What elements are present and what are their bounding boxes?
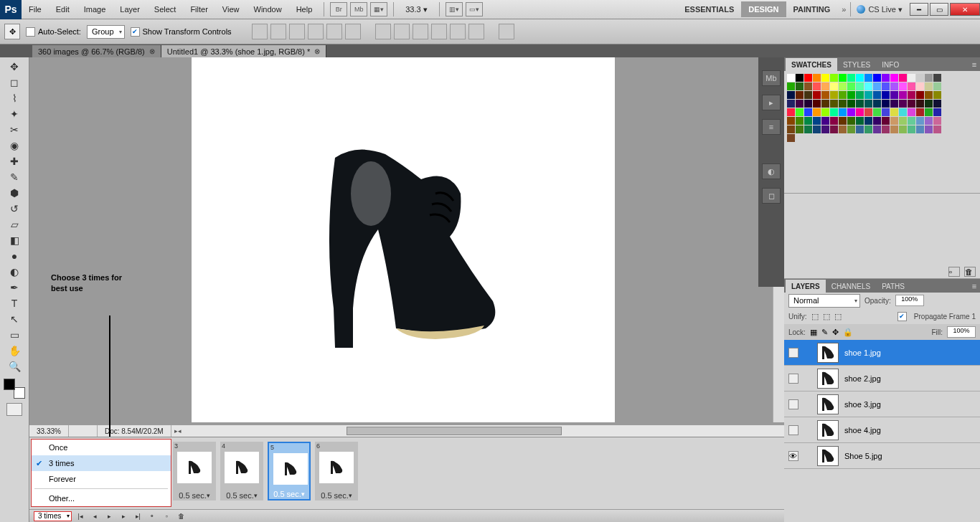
auto-select-dropdown[interactable]: Group — [87, 25, 125, 39]
swatch[interactable] — [856, 100, 864, 108]
swatch[interactable] — [873, 117, 881, 125]
fg-bg-swatch[interactable] — [4, 379, 25, 399]
swatch[interactable] — [787, 74, 795, 82]
new-frame-icon[interactable]: ▫ — [161, 511, 172, 521]
align-icon[interactable] — [345, 24, 361, 39]
swatch[interactable] — [908, 100, 915, 108]
swatch[interactable] — [804, 82, 812, 90]
tab-channels[interactable]: CHANNELS — [826, 280, 876, 293]
swatch[interactable] — [908, 108, 915, 116]
layer-row[interactable]: shoe 3.jpg — [784, 392, 980, 417]
tab-info[interactable]: INFO — [876, 58, 905, 71]
swatch[interactable] — [839, 82, 847, 90]
lock-icon[interactable]: 🔒 — [843, 328, 853, 337]
new-swatch-icon[interactable]: ▫ — [948, 267, 960, 277]
hand-tool-icon[interactable]: ✋ — [4, 343, 24, 359]
swatch[interactable] — [813, 82, 821, 90]
swatch[interactable] — [882, 82, 890, 90]
swatch[interactable] — [821, 100, 829, 108]
swatch[interactable] — [933, 100, 941, 108]
tab-paths[interactable]: PATHS — [876, 280, 910, 293]
swatch[interactable] — [925, 74, 933, 82]
distribute-icon[interactable] — [450, 24, 466, 39]
swatch[interactable] — [899, 100, 907, 108]
loop-option-3times[interactable]: ✔3 times — [32, 455, 171, 471]
swatch[interactable] — [925, 82, 933, 90]
propagate-check[interactable]: ✔ — [897, 312, 907, 321]
pen-tool-icon[interactable]: ✒ — [4, 280, 24, 295]
swatch[interactable] — [925, 117, 933, 125]
heal-tool-icon[interactable]: ✚ — [4, 153, 24, 169]
swatch[interactable] — [787, 91, 795, 99]
lasso-tool-icon[interactable]: ⌇ — [4, 90, 24, 106]
unify-icon[interactable]: ⬚ — [811, 312, 819, 321]
swatch[interactable] — [899, 74, 907, 82]
swatch[interactable] — [821, 91, 829, 99]
animation-frame-selected[interactable]: 5 0.5 sec.▾ — [268, 442, 311, 500]
play-icon[interactable]: ▸ — [103, 511, 115, 521]
wand-tool-icon[interactable]: ✦ — [4, 106, 24, 122]
swatch[interactable] — [899, 117, 907, 125]
swatch[interactable] — [813, 100, 821, 108]
swatch[interactable] — [899, 82, 907, 90]
swatch[interactable] — [839, 74, 847, 82]
swatch[interactable] — [821, 74, 829, 82]
quickmask-icon[interactable] — [6, 403, 22, 416]
swatch[interactable] — [882, 100, 890, 108]
swatch[interactable] — [864, 108, 872, 116]
swatch[interactable] — [796, 117, 804, 125]
move-tool-icon[interactable]: ✥ — [4, 24, 20, 39]
auto-align-icon[interactable] — [499, 24, 514, 39]
zoom-level[interactable]: 33.3 ▾ — [398, 0, 434, 19]
tab-swatches[interactable]: SWATCHES — [786, 58, 837, 71]
swatch[interactable] — [856, 91, 864, 99]
swatch[interactable] — [813, 117, 821, 125]
panel-menu-icon[interactable]: ≡ — [969, 58, 980, 71]
swatch[interactable] — [864, 100, 872, 108]
prev-frame-icon[interactable]: ◂ — [89, 511, 100, 521]
swatch[interactable] — [796, 74, 804, 82]
swatch[interactable] — [821, 82, 829, 90]
document-canvas[interactable] — [192, 57, 615, 422]
swatch[interactable] — [873, 74, 881, 82]
swatch[interactable] — [890, 108, 898, 116]
loop-option-forever[interactable]: Forever — [32, 471, 171, 487]
minibridge-icon[interactable]: Mb — [350, 2, 367, 16]
swatch[interactable] — [856, 74, 864, 82]
menu-layer[interactable]: Layer — [113, 0, 147, 19]
swatch[interactable] — [830, 125, 838, 133]
layer-row[interactable]: shoe 1.jpg — [784, 340, 980, 366]
menu-select[interactable]: Select — [147, 0, 184, 19]
swatch[interactable] — [916, 108, 924, 116]
swatch[interactable] — [873, 82, 881, 90]
swatch[interactable] — [813, 125, 821, 133]
swatch[interactable] — [847, 91, 855, 99]
maximize-button[interactable]: ▭ — [930, 3, 948, 16]
swatch[interactable] — [908, 91, 915, 99]
swatch[interactable] — [916, 91, 924, 99]
swatch[interactable] — [908, 125, 915, 133]
delete-swatch-icon[interactable]: 🗑 — [964, 267, 976, 277]
animation-frame[interactable]: 6 0.5 sec.▾ — [315, 442, 358, 500]
swatch[interactable] — [899, 108, 907, 116]
workspace-essentials[interactable]: ESSENTIALS — [677, 1, 741, 17]
arrange-icon[interactable]: ▥▾ — [446, 2, 463, 16]
swatch[interactable] — [890, 125, 898, 133]
swatch[interactable] — [787, 82, 795, 90]
swatches-grid[interactable] — [787, 74, 977, 142]
tab-layers[interactable]: LAYERS — [786, 280, 826, 293]
type-tool-icon[interactable]: T — [4, 295, 24, 311]
swatch[interactable] — [882, 117, 890, 125]
layer-row[interactable]: shoe 2.jpg — [784, 366, 980, 392]
swatch[interactable] — [882, 91, 890, 99]
swatch[interactable] — [796, 82, 804, 90]
status-icon[interactable] — [69, 425, 98, 437]
swatch[interactable] — [873, 108, 881, 116]
swatch[interactable] — [839, 117, 847, 125]
swatch[interactable] — [804, 117, 812, 125]
swatch[interactable] — [864, 74, 872, 82]
shape-tool-icon[interactable]: ▭ — [4, 327, 24, 343]
swatch[interactable] — [847, 125, 855, 133]
swatch[interactable] — [796, 91, 804, 99]
blur-tool-icon[interactable]: ● — [4, 248, 24, 264]
